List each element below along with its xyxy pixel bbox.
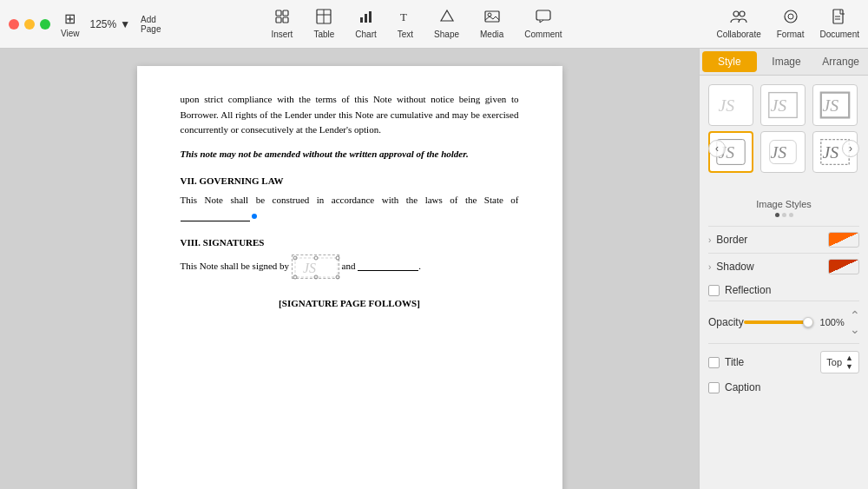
border-row: › Border xyxy=(708,226,859,253)
svg-rect-2 xyxy=(276,17,281,23)
svg-point-18 xyxy=(788,14,793,19)
doc-paragraph-3: This Note shall be construed in accordan… xyxy=(181,193,519,223)
view-label: View xyxy=(61,29,80,38)
tab-arrange[interactable]: Arrange xyxy=(813,49,868,75)
chart-label: Chart xyxy=(355,30,376,39)
sidebar-style-content: JS JS JS JS JS xyxy=(700,76,868,489)
state-signature-line xyxy=(181,221,250,221)
reflection-row: Reflection xyxy=(708,280,859,301)
document-icon xyxy=(832,9,846,28)
svg-point-16 xyxy=(740,11,745,17)
table-icon xyxy=(316,9,332,28)
svg-text:JS: JS xyxy=(303,261,316,275)
comment-label: Comment xyxy=(524,30,562,39)
svg-text:JS: JS xyxy=(719,96,735,115)
title-position-value: Top xyxy=(826,357,842,367)
media-button[interactable]: Media xyxy=(480,9,503,39)
svg-point-15 xyxy=(733,11,739,17)
sidebar-tabs: Style Image Arrange xyxy=(700,49,868,76)
toolbar: ⊞ View 125% ▼ Add Page Insert Table xyxy=(0,0,868,49)
zoom-control[interactable]: 125% ▼ xyxy=(90,18,131,30)
collaborate-icon xyxy=(730,9,747,28)
doc-amendment-note: This note may not be amended without the… xyxy=(181,149,469,159)
svg-rect-1 xyxy=(283,10,288,16)
collaborate-button[interactable]: Collaborate xyxy=(717,9,761,39)
image-style-2[interactable]: JS xyxy=(760,84,806,126)
app-controls xyxy=(9,19,50,30)
toolbar-right: Collaborate Format Document xyxy=(686,9,859,39)
zoom-value: 125% xyxy=(90,18,117,30)
opacity-thumb xyxy=(803,317,813,327)
shadow-chevron: › xyxy=(708,262,711,272)
text-button[interactable]: T Text xyxy=(398,9,413,39)
table-button[interactable]: Table xyxy=(313,9,334,39)
zoom-chevron: ▼ xyxy=(120,18,130,30)
doc-paragraph-1: upon strict compliance with the terms of… xyxy=(181,92,519,138)
insert-label: Insert xyxy=(271,30,293,39)
opacity-stepper[interactable]: ⌃⌄ xyxy=(850,308,860,336)
shadow-label: Shadow xyxy=(716,261,753,273)
chart-icon xyxy=(358,9,374,28)
opacity-slider[interactable] xyxy=(744,320,813,324)
media-label: Media xyxy=(480,30,503,39)
format-label: Format xyxy=(777,30,805,39)
right-sidebar: Style Image Arrange JS JS JS xyxy=(699,49,868,489)
border-label: Border xyxy=(716,234,747,246)
format-icon xyxy=(783,9,799,28)
caption-row: Caption xyxy=(708,377,859,398)
image-style-1[interactable]: JS xyxy=(708,84,753,126)
image-style-5[interactable]: JS xyxy=(760,131,806,173)
close-button[interactable] xyxy=(9,19,19,30)
format-button[interactable]: Format xyxy=(777,9,805,39)
shadow-color-preview[interactable] xyxy=(828,259,859,274)
title-position-dropdown[interactable]: Top ▲▼ xyxy=(820,351,859,373)
view-button[interactable]: ⊞ View xyxy=(61,10,80,38)
document-area: upon strict compliance with the terms of… xyxy=(0,49,699,489)
style-dot-1 xyxy=(775,213,779,217)
reflection-checkbox[interactable] xyxy=(708,285,720,296)
image-styles-label: Image Styles xyxy=(708,199,859,209)
table-label: Table xyxy=(313,30,334,39)
document-button[interactable]: Document xyxy=(819,9,859,39)
dropdown-chevron: ▲▼ xyxy=(845,354,853,371)
styles-nav-next[interactable]: › xyxy=(842,140,859,157)
svg-rect-8 xyxy=(365,14,367,23)
svg-text:JS: JS xyxy=(771,142,787,162)
styles-nav-prev[interactable]: ‹ xyxy=(708,140,726,157)
signature-box-1: JS xyxy=(292,254,339,279)
border-color-preview[interactable] xyxy=(828,232,859,248)
insert-button[interactable]: Insert xyxy=(271,9,293,39)
document-page: upon strict compliance with the terms of… xyxy=(137,66,562,489)
shape-button[interactable]: Shape xyxy=(434,9,459,39)
insert-icon xyxy=(274,9,290,28)
reflection-label-wrap: Reflection xyxy=(708,284,771,296)
title-checkbox-wrap: Title xyxy=(708,356,744,368)
title-checkbox[interactable] xyxy=(708,357,720,368)
style-dot-3 xyxy=(789,213,793,217)
maximize-button[interactable] xyxy=(40,19,50,30)
svg-rect-3 xyxy=(283,17,288,23)
svg-point-17 xyxy=(785,10,797,23)
minimize-button[interactable] xyxy=(24,19,35,30)
text-icon: T xyxy=(398,9,413,28)
tab-image[interactable]: Image xyxy=(760,49,814,75)
shape-icon xyxy=(439,9,455,28)
image-style-3[interactable]: JS xyxy=(812,84,858,126)
svg-rect-12 xyxy=(485,11,499,22)
svg-text:JS: JS xyxy=(823,142,839,162)
doc-section-gov-law: VII. GOVERNING LAW xyxy=(181,174,519,189)
caption-checkbox[interactable] xyxy=(708,382,720,393)
title-caption-section: Title Top ▲▼ Caption xyxy=(708,343,859,398)
style-dot-2 xyxy=(782,213,786,217)
svg-text:JS: JS xyxy=(771,96,787,115)
document-label: Document xyxy=(819,30,859,39)
comment-button[interactable]: Comment xyxy=(524,9,562,39)
comment-icon xyxy=(536,9,551,28)
opacity-label: Opacity xyxy=(708,316,744,328)
chart-button[interactable]: Chart xyxy=(355,9,376,39)
svg-rect-7 xyxy=(360,17,363,23)
caption-checkbox-wrap: Caption xyxy=(708,381,760,393)
style-dots xyxy=(708,213,859,217)
tab-style[interactable]: Style xyxy=(702,51,757,72)
border-chevron: › xyxy=(708,235,711,245)
